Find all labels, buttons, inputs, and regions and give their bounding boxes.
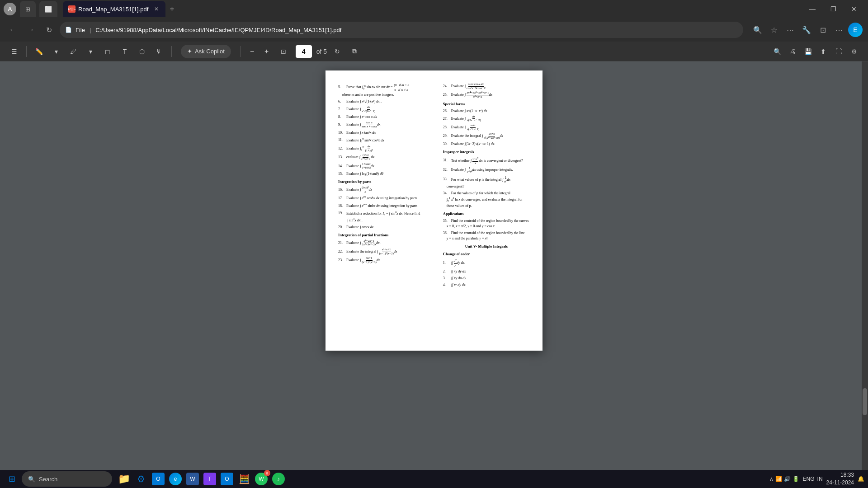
- browser-search-icon[interactable]: 🔍: [750, 23, 765, 37]
- whatsapp-badge: 8: [264, 470, 270, 476]
- pdf-text-button[interactable]: T: [118, 45, 132, 58]
- taskbar-app-edge[interactable]: e: [167, 471, 184, 487]
- pdf-search-button[interactable]: 🔍: [770, 45, 784, 58]
- taskbar-app-calculator[interactable]: 🧮: [236, 471, 252, 487]
- taskbar-search-icon: 🔍: [28, 476, 35, 483]
- pdf-highlight-dropdown[interactable]: ▾: [84, 45, 97, 58]
- item-6: 6. Evaluate ∫ x²√(1+x²) dx .: [338, 99, 429, 104]
- pdf-scrollbar[interactable]: [862, 61, 868, 470]
- taskbar-app-explorer[interactable]: 📁: [116, 471, 132, 487]
- pdf-toolbar-right: 🔍 🖨 💾 ⬆ ⛶ ⚙: [770, 45, 861, 58]
- tab-inactive-extensions[interactable]: ⊞: [20, 1, 36, 17]
- pdf-column-right: 24. Evaluate ∫ sinx cosx dxcos²x+3cosx+2…: [439, 81, 530, 289]
- item-13: 13. evaluate ∫ (1+x)x²+x+1 dx: [338, 154, 429, 161]
- spotify-icon: ♪: [272, 473, 285, 485]
- item-31: 31. Test whether ∫ 1+exx dx is convergen…: [443, 156, 530, 165]
- taskbar-search-box[interactable]: 🔍 Search: [22, 471, 112, 487]
- pdf-toolbar: ☰ ✏️ ▾ 🖊 ▾ ◻ T ⬡ 🎙 ✦ Ask Copilot − + ⊡ 4…: [0, 42, 868, 61]
- pdf-highlight-button[interactable]: 🖊: [66, 45, 80, 58]
- item-33: 33. For what values of p is the integral…: [443, 175, 530, 190]
- zoom-out-button[interactable]: −: [246, 45, 259, 58]
- pdf-scrollthumb[interactable]: [863, 388, 867, 415]
- title-bar: A ⊞ ⬜ PDF Road_Map_MA3151[1].pdf ✕ + — ❐…: [0, 0, 868, 18]
- battery-icon[interactable]: 🔋: [793, 476, 799, 482]
- pdf-fit-page-button[interactable]: ⊡: [277, 45, 290, 58]
- pdf-tab-icon: PDF: [68, 5, 75, 13]
- tab-active-pdf[interactable]: PDF Road_Map_MA3151[1].pdf ✕: [63, 1, 165, 17]
- pdf-toc-button[interactable]: ☰: [7, 45, 21, 58]
- profile-avatar[interactable]: A: [4, 3, 16, 15]
- close-button[interactable]: ✕: [844, 0, 864, 18]
- notification-bell-icon[interactable]: 🔔: [858, 476, 864, 482]
- tab-inactive-2[interactable]: ⬜: [39, 1, 57, 17]
- item-19: 19. Establish a reduction for In = ∫ sin…: [338, 210, 429, 223]
- extensions-settings-icon[interactable]: 🔧: [799, 23, 814, 37]
- pdf-ink-dropdown[interactable]: ▾: [49, 45, 63, 58]
- zoom-in-button[interactable]: +: [260, 45, 273, 58]
- taskbar-app-teams[interactable]: T: [202, 471, 218, 487]
- pdf-dual-page-button[interactable]: ⧉: [348, 45, 361, 58]
- item-29: 29. Evaluate the integral ∫ 2x+5√(x²−2x+…: [443, 132, 530, 140]
- tab-title: Road_Map_MA3151[1].pdf: [78, 6, 148, 13]
- start-button[interactable]: ⊞: [4, 471, 20, 487]
- item-12: 12. Evaluate ∫0∞ dx(1+x)²: [338, 145, 429, 152]
- current-page-input[interactable]: 4: [296, 45, 312, 58]
- network-icon[interactable]: 📶: [775, 476, 782, 482]
- address-input[interactable]: 📄 File | C:/Users/91988/AppData/Local/Mi…: [60, 22, 743, 38]
- toolbar-divider-3: [240, 46, 241, 57]
- item-27: 27. Evaluate ∫ dx√(3x−x²−2): [443, 115, 530, 122]
- co-item-1: 1. ∫∫ eyydy dx.: [443, 258, 530, 267]
- item-9: 9. Evaluate ∫ tan xsec x + cosxdx: [338, 121, 429, 128]
- pdf-more-button[interactable]: ⚙: [847, 45, 861, 58]
- extensions-icon: ⊞: [25, 6, 30, 13]
- windows-logo-icon: ⊞: [9, 474, 15, 484]
- taskbar-app-settings[interactable]: ⚙: [133, 471, 149, 487]
- tab2-icon: ⬜: [45, 6, 52, 13]
- section-special-forms: Special forms: [443, 102, 530, 107]
- item-32: 32. Evaluate ∫ 11+x²dx using improper in…: [443, 166, 530, 174]
- more-tools-icon[interactable]: ⋯: [832, 23, 846, 37]
- taskbar-app-whatsapp[interactable]: W 8: [253, 471, 269, 487]
- forward-button[interactable]: →: [24, 23, 38, 37]
- pdf-eraser-button[interactable]: ◻: [101, 45, 114, 58]
- pdf-page: 5. Prove that ∫0π sin nx sin mx dx = {0 …: [326, 70, 542, 351]
- browser-settings-icon[interactable]: ⋯: [783, 23, 797, 37]
- pdf-shapes-button[interactable]: ⬡: [135, 45, 149, 58]
- item-28: 28. Evaluate ∫ x dx√(x²+x+1): [443, 124, 530, 131]
- office-hub-icon: O: [152, 473, 165, 485]
- pdf-save-button[interactable]: 💾: [801, 45, 815, 58]
- item-34: 34. For the values of p for which the in…: [443, 191, 530, 208]
- section-integration-by-parts: Integration by parts: [338, 179, 429, 185]
- maximize-button[interactable]: ❐: [823, 0, 844, 18]
- edge-profile-icon[interactable]: E: [848, 23, 863, 37]
- taskbar-app-office[interactable]: O: [150, 471, 166, 487]
- refresh-button[interactable]: ↻: [42, 23, 56, 37]
- taskbar-app-outlook[interactable]: O: [219, 471, 235, 487]
- volume-icon[interactable]: 🔊: [784, 476, 791, 482]
- co-item-4: 4. ∫∫ x² dy dx.: [443, 282, 530, 288]
- item-11: 11. Evaluate ∫0π sin²x cos²x dx: [338, 137, 429, 144]
- titlebar-left: A ⊞ ⬜: [4, 1, 57, 17]
- pdf-print-button[interactable]: 🖨: [786, 45, 799, 58]
- toolbar-divider-1: [26, 46, 27, 57]
- item-25: 25. Evaluate ∫ 3x⁴+3x³−5x²+x−1x²+x−2dx: [443, 91, 530, 99]
- new-tab-button[interactable]: +: [165, 3, 178, 15]
- outlook-icon: O: [221, 473, 233, 485]
- minimize-button[interactable]: —: [802, 0, 823, 18]
- pdf-voice-button[interactable]: 🎙: [152, 45, 166, 58]
- collections-icon[interactable]: ⊡: [816, 23, 830, 37]
- tray-chevron-icon[interactable]: ∧: [769, 476, 774, 482]
- pdf-fullscreen-button[interactable]: ⛶: [832, 45, 845, 58]
- copilot-icon: ✦: [187, 48, 192, 55]
- back-button[interactable]: ←: [5, 23, 20, 37]
- pdf-share-button[interactable]: ⬆: [816, 45, 830, 58]
- taskbar-app-word[interactable]: W: [184, 471, 201, 487]
- pdf-ink-button[interactable]: ✏️: [32, 45, 46, 58]
- item-7: 7. Evaluate ∫ dxx²√(9x²−1) .: [338, 106, 429, 113]
- tab-close-button[interactable]: ✕: [153, 5, 160, 13]
- item-10: 10. Evaluate ∫ x tan²x dx: [338, 130, 429, 136]
- pdf-rotate-button[interactable]: ↻: [330, 45, 344, 58]
- taskbar-app-spotify[interactable]: ♪: [270, 471, 287, 487]
- favorites-icon[interactable]: ☆: [767, 23, 781, 37]
- ask-copilot-button[interactable]: ✦ Ask Copilot: [181, 45, 231, 58]
